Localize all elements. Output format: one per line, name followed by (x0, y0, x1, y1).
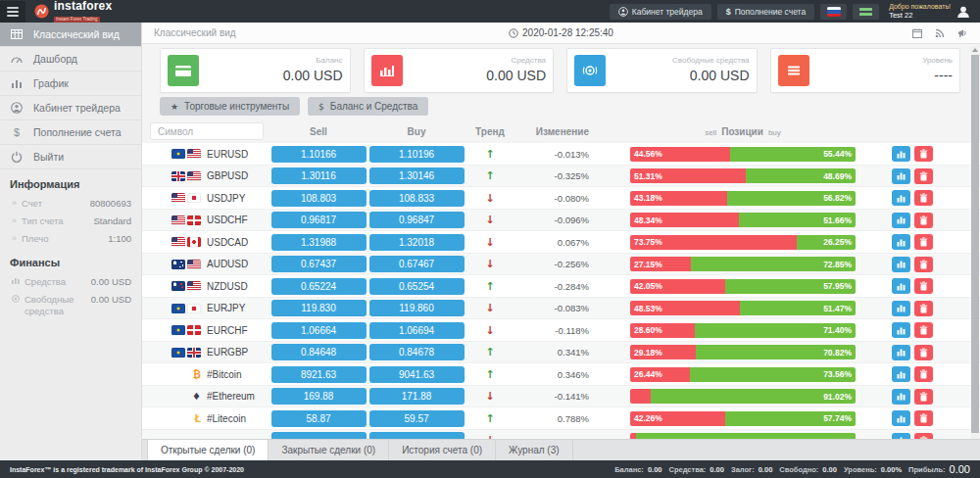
delete-button[interactable] (914, 168, 933, 184)
sell-price-button[interactable]: 58.87 (271, 410, 367, 427)
sell-positions-segment: 48.34% (630, 213, 739, 227)
symbol-cell[interactable]: USDCAD (150, 237, 270, 248)
delete-button[interactable] (914, 213, 933, 228)
delete-button[interactable] (914, 410, 933, 426)
delete-button[interactable] (914, 234, 933, 250)
buy-price-button[interactable]: 1.32018 (369, 234, 465, 251)
sell-price-button[interactable]: 169.88 (271, 388, 367, 405)
sell-price-button[interactable] (271, 432, 367, 439)
open-chart-button[interactable] (892, 301, 910, 316)
sell-price-button[interactable]: 0.96817 (271, 212, 367, 228)
hamburger-menu-icon[interactable] (0, 1, 25, 23)
sell-price-button[interactable]: 119.830 (271, 300, 367, 316)
symbol-cell[interactable]: EURUSD (150, 149, 270, 160)
brand-logo[interactable]: instaforex Instant Forex Trading (34, 0, 112, 23)
trend-arrow-icon: ↓ (485, 302, 494, 314)
sidebar-item-dashboard[interactable]: Дашборд (0, 47, 141, 72)
delete-button[interactable] (914, 278, 933, 294)
tab-account-history[interactable]: История счета (0) (389, 440, 496, 460)
deposit-button[interactable]: $ Пополнение счета (717, 4, 814, 20)
open-chart-button[interactable] (892, 433, 910, 439)
delete-button[interactable] (914, 146, 933, 162)
symbol-cell[interactable]: Ł #Litecoin (150, 413, 270, 424)
open-chart-button[interactable] (892, 366, 910, 382)
level-card: Уровень ---- (770, 48, 961, 93)
sell-price-button[interactable]: 1.30116 (271, 167, 367, 184)
sell-price-button[interactable]: 8921.63 (271, 366, 367, 383)
buy-price-button[interactable]: 0.96847 (369, 212, 465, 228)
open-chart-button[interactable] (892, 213, 910, 228)
open-chart-button[interactable] (892, 410, 910, 426)
delete-button[interactable] (914, 366, 933, 382)
chevron-icon: » (12, 233, 17, 244)
open-chart-button[interactable] (892, 389, 910, 405)
buy-price-button[interactable]: 1.10196 (369, 146, 465, 163)
buy-price-button[interactable]: 59.57 (369, 410, 465, 427)
symbol-cell[interactable]: NZDUSD (150, 281, 270, 292)
buy-price-button[interactable]: 0.65254 (369, 278, 465, 295)
open-chart-button[interactable] (892, 190, 910, 206)
symbol-cell[interactable]: EURGBP (150, 347, 270, 358)
buy-price-button[interactable]: 0.84678 (369, 344, 465, 360)
buy-price-button[interactable]: 1.06694 (369, 322, 465, 339)
buy-price-button[interactable] (369, 432, 465, 439)
sell-price-button[interactable]: 108.803 (271, 190, 367, 207)
sidebar-item-deposit[interactable]: $ Пополнение счета (0, 120, 141, 145)
tab-closed-trades[interactable]: Закрытые сделки (0) (269, 440, 389, 460)
symbol-cell[interactable]: EURJPY (150, 303, 270, 313)
open-chart-button[interactable] (892, 278, 910, 294)
trading-instruments-button[interactable]: ★ Торговые инструменты (160, 97, 300, 116)
scroll-up-arrow-icon[interactable] (971, 46, 979, 54)
symbol-cell[interactable]: AUDUSD (150, 259, 270, 269)
green-equals-button[interactable] (853, 4, 879, 20)
avatar-icon[interactable] (956, 5, 970, 19)
buy-price-button[interactable]: 9041.63 (369, 366, 465, 383)
balance-and-funds-button[interactable]: $ Баланс и Средства (308, 97, 428, 116)
sell-price-button[interactable]: 0.84648 (271, 344, 367, 360)
open-chart-button[interactable] (892, 322, 910, 338)
sidebar-item-trader-cabinet[interactable]: Кабинет трейдера (0, 96, 141, 120)
symbol-name: EURUSD (207, 149, 248, 160)
open-chart-button[interactable] (892, 345, 910, 360)
tab-journal[interactable]: Журнал (3) (496, 440, 573, 460)
delete-button[interactable] (914, 257, 933, 272)
buy-price-button[interactable]: 1.30146 (369, 167, 465, 184)
symbol-cell[interactable]: USDCHF (150, 215, 270, 225)
open-chart-button[interactable] (892, 257, 910, 272)
buy-price-button[interactable]: 108.833 (369, 190, 465, 207)
scrollbar-thumb[interactable] (971, 55, 979, 433)
rss-icon[interactable] (935, 28, 945, 38)
sell-price-button[interactable]: 1.06664 (271, 322, 367, 339)
megaphone-icon[interactable] (957, 28, 968, 38)
language-russian-button[interactable] (820, 4, 847, 20)
symbol-cell[interactable]: ₿ #Bitcoin (150, 369, 270, 380)
buy-price-button[interactable]: 0.67467 (369, 256, 465, 272)
buy-price-button[interactable]: 171.88 (369, 388, 465, 405)
delete-button[interactable] (914, 389, 933, 405)
delete-button[interactable] (914, 345, 933, 360)
calendar-icon[interactable] (912, 28, 922, 38)
delete-button[interactable] (914, 301, 933, 316)
symbol-cell[interactable]: EURCHF (150, 325, 270, 336)
open-chart-button[interactable] (892, 234, 910, 250)
symbol-cell[interactable]: ♦ #Ethereum (150, 391, 270, 402)
sidebar-item-classic-view[interactable]: Классический вид (0, 23, 141, 47)
sell-price-button[interactable]: 1.31988 (271, 234, 367, 251)
delete-button[interactable] (914, 322, 933, 338)
delete-button[interactable] (914, 433, 933, 439)
delete-button[interactable] (914, 190, 933, 206)
symbol-search-input[interactable] (150, 122, 264, 140)
open-chart-button[interactable] (892, 146, 910, 162)
buy-price-button[interactable]: 119.860 (369, 300, 465, 316)
symbol-cell[interactable]: GBPUSD (150, 170, 270, 181)
symbol-cell[interactable]: USDJPY (150, 193, 270, 204)
sidebar-item-logout[interactable]: Выйти (0, 145, 141, 169)
trader-cabinet-button[interactable]: Кабинет трейдера (610, 4, 711, 20)
sell-price-button[interactable]: 0.67437 (271, 256, 367, 272)
sell-price-button[interactable]: 0.65224 (271, 278, 367, 295)
open-chart-button[interactable] (892, 168, 910, 184)
sell-price-button[interactable]: 1.10166 (271, 146, 367, 163)
tab-open-trades[interactable]: Открытые сделки (0) (147, 440, 269, 460)
scrollbar[interactable] (971, 46, 979, 439)
sidebar-item-chart[interactable]: График (0, 72, 141, 96)
